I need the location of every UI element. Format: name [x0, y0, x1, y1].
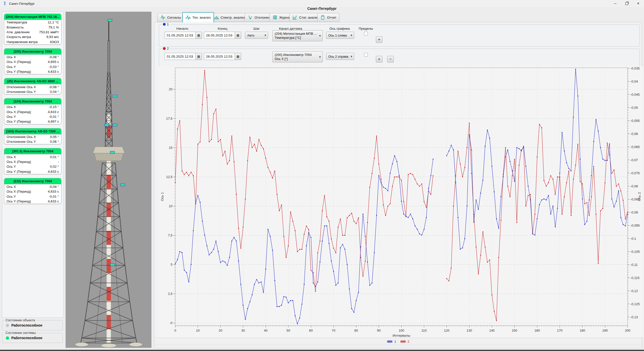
- legend-item-1[interactable]: 1: [387, 340, 396, 343]
- sensor-label: Ось X (Период): [7, 60, 31, 64]
- axis-dropdown-1[interactable]: Ось 1 слева ▼: [326, 32, 354, 39]
- sensor-label: Ось Y: [7, 115, 16, 119]
- sensor-value: 0,04 °: [50, 90, 59, 94]
- sensor-value: -0,08 °: [49, 85, 59, 89]
- sensor-value-row: Ось Y0,02 °: [4, 164, 61, 169]
- sensor-value: 0,01 °: [50, 155, 59, 159]
- sensor-value: 0,05 °: [50, 135, 59, 139]
- sensor-value-row: Влажность79,1 %: [4, 25, 61, 29]
- calendar-button[interactable]: ▦: [235, 32, 241, 39]
- sensor-card-title: (104) Инклинометр 7054: [4, 98, 61, 104]
- sensor-value: -: [58, 160, 59, 164]
- chart-area[interactable]: 2017,51512,5107,552,5-001020304050607080…: [159, 66, 643, 337]
- minimize-button[interactable]: [609, 0, 621, 7]
- tower-sensor-marker[interactable]: [121, 184, 125, 186]
- tab-spectral-analysis[interactable]: Спектр. анализ: [211, 13, 248, 22]
- sensor-label: Ось Y: [7, 195, 16, 198]
- start-date-field-1: 01.05.2025 12:03 ▦: [165, 32, 202, 39]
- sensor-value-row: Ось X (Период)4,655 с: [4, 59, 61, 64]
- end-date-input-1[interactable]: 26.05.2025 12:03: [204, 32, 235, 39]
- system-state-dot: [6, 336, 9, 340]
- svg-text:20: 20: [219, 329, 222, 332]
- right-axis-title: Ось 2: [637, 192, 641, 201]
- limits-checkbox-1[interactable]: [364, 32, 368, 36]
- sensor-card[interactable]: (104) Инклинометр 7054Ось X-0,15 °Ось X …: [4, 98, 61, 124]
- tower-sensor-marker[interactable]: [113, 95, 117, 97]
- sensor-card[interactable]: (204) Метеостанция МПВ 702.18...Температ…: [4, 14, 61, 45]
- chevron-down-icon: ▼: [317, 34, 323, 37]
- channel-dropdown-1[interactable]: (204) Метеостанция МПВ ... Температура […: [272, 30, 323, 41]
- add-series-button-1[interactable]: +: [376, 36, 382, 43]
- svg-text:-0,125: -0,125: [630, 302, 640, 306]
- limits-checkbox-2[interactable]: [364, 53, 368, 57]
- start-date-input-1[interactable]: 01.05.2025 12:03: [165, 32, 195, 39]
- svg-text:180: 180: [580, 329, 585, 332]
- tower-sensor-marker[interactable]: [104, 124, 109, 126]
- sensor-card[interactable]: (301.5) Инклинометр 7054Ось X0,01 °Ось X…: [4, 148, 61, 174]
- close-button[interactable]: ×: [632, 0, 644, 7]
- sensor-card[interactable]: (25) Инклинометр AN-D3 3600 ...Отклонени…: [4, 78, 61, 94]
- object-state-dot: [6, 324, 9, 327]
- sensor-label: Ось X (Период): [7, 110, 31, 114]
- series-line-glyph-icon: [400, 340, 406, 343]
- svg-text:190: 190: [602, 329, 608, 332]
- sensor-label: Ось Y (Период): [7, 170, 31, 173]
- tower-sensor-marker[interactable]: [110, 151, 115, 154]
- svg-text:170: 170: [557, 329, 563, 332]
- system-state-group: Состояние системы Работоспособное: [2, 333, 63, 343]
- sensor-label: Ось X: [7, 105, 16, 109]
- sensor-value: -0,01 °: [49, 115, 59, 119]
- add-series-button-2[interactable]: +: [376, 56, 382, 62]
- sensor-label: Отклонение Ось X: [7, 85, 36, 89]
- tab-signals[interactable]: Сигналы: [157, 13, 184, 22]
- sensor-label: Температура: [7, 20, 27, 24]
- chevron-down-icon: ▼: [349, 55, 354, 58]
- sensor-card-title: (301.5) Инклинометр 7054: [4, 148, 61, 154]
- system-state-value: Работоспособное: [11, 336, 42, 340]
- sensor-value-row: Отклонение Ось X0,05 °: [4, 134, 61, 139]
- svg-text:-0,035: -0,035: [630, 66, 640, 70]
- restore-button[interactable]: [621, 0, 632, 7]
- sensor-card[interactable]: (232) Инклинометр 7054Ось X-0,04 °Ось X …: [4, 178, 61, 204]
- sensor-value: 4,633 с: [48, 70, 59, 74]
- axis-dropdown-2[interactable]: Ось 2 справа ▼: [326, 53, 354, 60]
- label-step: Шаг: [254, 27, 260, 30]
- channel-line-1: (200) Инклинометр 7054: [275, 53, 317, 57]
- svg-text:10: 10: [196, 329, 200, 332]
- tower-view[interactable]: [65, 12, 152, 348]
- sensor-card[interactable]: (164) Инклинометр AN-D3 7200 ...Отклонен…: [4, 128, 61, 145]
- start-date-field-2: 01.05.2025 12:03 ▦: [165, 53, 202, 60]
- end-date-input-2[interactable]: 26.05.2025 12:03: [204, 53, 235, 60]
- sensor-label: Ось Y (Период): [7, 120, 31, 123]
- sensor-value: 4,633 с: [48, 190, 59, 193]
- legend-item-2[interactable]: 2: [400, 340, 410, 343]
- chevron-down-icon: ▼: [349, 34, 354, 37]
- calendar-button[interactable]: ▦: [195, 32, 202, 39]
- tower-sensor-marker[interactable]: [113, 124, 117, 126]
- channel-dropdown-2[interactable]: (200) Инклинометр 7054 Ось X [°] ▼: [272, 51, 323, 62]
- series-1-number: 1: [167, 22, 169, 26]
- sensor-value-row: Ось Y (Период)4,697 с: [4, 119, 61, 124]
- tech-analysis-panel: 1 Начало Конец Шаг Канал датчика Ось гра…: [154, 22, 642, 348]
- calendar-button[interactable]: ▦: [195, 53, 202, 60]
- step-dropdown[interactable]: Авто ▼: [245, 32, 268, 39]
- series-1-config: 1 Начало Конец Шаг Канал датчика Ось гра…: [159, 24, 640, 47]
- sensor-value: -0,01 °: [49, 195, 59, 198]
- sensor-label: Ось X: [7, 185, 16, 189]
- sensor-value-row: Температура11,1 °C: [4, 20, 61, 25]
- label-axis: Ось графика: [330, 27, 350, 30]
- tab-tech-analysis[interactable]: Тех. анализ: [182, 12, 214, 22]
- page-title: Санкт-Петербург: [0, 7, 644, 11]
- calendar-button[interactable]: ▦: [235, 53, 241, 60]
- tower-sensor-marker[interactable]: [108, 19, 112, 21]
- start-date-input-2[interactable]: 01.05.2025 12:03: [165, 53, 195, 60]
- tower-sensor-marker[interactable]: [110, 264, 115, 266]
- svg-text:-0,07: -0,07: [630, 158, 638, 162]
- tab-report[interactable]: Отчет: [317, 13, 339, 22]
- sensor-card-title: (204) Метеостанция МПВ 702.18...: [4, 14, 61, 20]
- sensor-card[interactable]: (200) Инклинометр 7054Ось X-0,08 °Ось X …: [4, 48, 61, 75]
- sensor-value: 9,93 м/с: [46, 35, 59, 39]
- minimize-icon: [614, 4, 617, 4]
- remove-series-button-2[interactable]: −: [387, 56, 394, 62]
- label-end: Конец: [218, 27, 227, 30]
